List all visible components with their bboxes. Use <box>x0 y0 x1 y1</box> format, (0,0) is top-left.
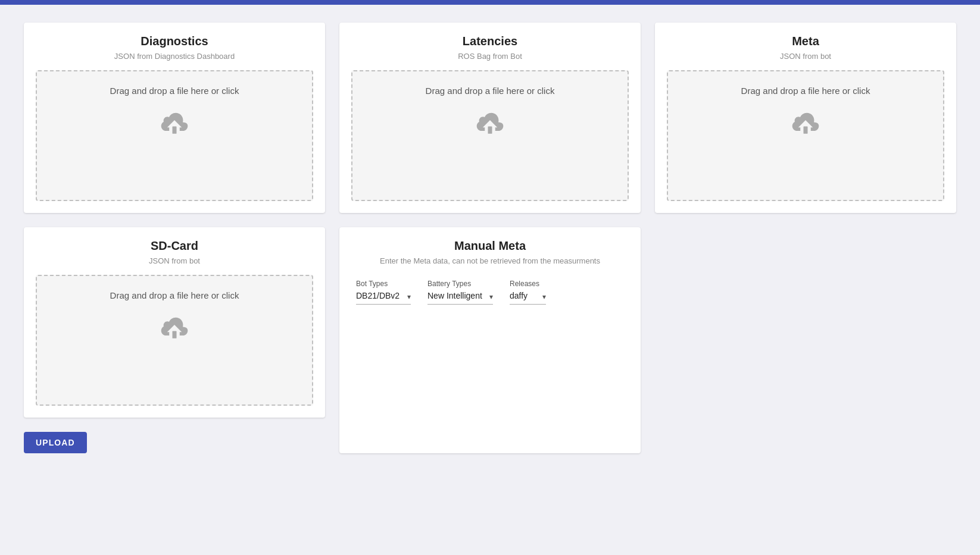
bot-types-select-container: DB21/DBv2 DB18 DB19 <box>356 290 411 303</box>
sdcard-card: SD-Card JSON from bot Drag and drop a fi… <box>24 227 325 418</box>
meta-dropzone-text: Drag and drop a file here or click <box>741 86 870 96</box>
meta-title: Meta <box>792 35 819 48</box>
sdcard-dropzone-text: Drag and drop a file here or click <box>110 290 239 300</box>
releases-select-container: daffy ente master <box>510 290 546 303</box>
sdcard-dropzone[interactable]: Drag and drop a file here or click <box>36 275 313 406</box>
bot-types-label: Bot Types <box>356 280 411 288</box>
bot-types-field: Bot Types DB21/DBv2 DB18 DB19 <box>356 280 411 305</box>
bot-types-select-wrapper: DB21/DBv2 DB18 DB19 <box>356 290 411 305</box>
latencies-title: Latencies <box>463 35 517 48</box>
battery-types-field: Battery Types New Intelligent Old Standa… <box>427 280 493 305</box>
releases-select[interactable]: daffy ente master <box>510 291 546 303</box>
meta-card: Meta JSON from bot Drag and drop a file … <box>655 23 956 213</box>
upload-button[interactable]: UPLOAD <box>24 432 87 453</box>
sdcard-col: SD-Card JSON from bot Drag and drop a fi… <box>24 227 325 453</box>
manual-meta-description: Enter the Meta data, can not be retrieve… <box>380 256 600 265</box>
latencies-dropzone-text: Drag and drop a file here or click <box>426 86 555 96</box>
main-content: Diagnostics JSON from Diagnostics Dashbo… <box>0 5 980 471</box>
empty-col <box>655 227 956 453</box>
meta-fields: Bot Types DB21/DBv2 DB18 DB19 Batter <box>351 280 629 305</box>
diagnostics-title: Diagnostics <box>141 35 208 48</box>
meta-dropzone[interactable]: Drag and drop a file here or click <box>667 70 944 201</box>
diagnostics-subtitle: JSON from Diagnostics Dashboard <box>114 52 235 61</box>
sdcard-title: SD-Card <box>151 239 198 253</box>
svg-rect-0 <box>173 127 177 134</box>
manual-meta-title: Manual Meta <box>454 239 526 253</box>
diagnostics-dropzone[interactable]: Drag and drop a file here or click <box>36 70 313 201</box>
bot-types-select[interactable]: DB21/DBv2 DB18 DB19 <box>356 291 411 303</box>
diagnostics-card: Diagnostics JSON from Diagnostics Dashbo… <box>24 23 325 213</box>
svg-rect-1 <box>488 127 492 134</box>
latencies-dropzone[interactable]: Drag and drop a file here or click <box>351 70 629 201</box>
battery-types-select-wrapper: New Intelligent Old Standard <box>427 290 493 305</box>
releases-field: Releases daffy ente master <box>510 280 546 305</box>
diagnostics-dropzone-text: Drag and drop a file here or click <box>110 86 239 96</box>
upload-button-row: UPLOAD <box>24 427 325 453</box>
meta-upload-icon <box>789 108 822 141</box>
battery-types-label: Battery Types <box>427 280 493 288</box>
bottom-cards-grid: SD-Card JSON from bot Drag and drop a fi… <box>24 227 956 453</box>
sdcard-upload-icon <box>158 312 191 346</box>
latencies-subtitle: ROS Bag from Bot <box>458 52 522 61</box>
svg-rect-3 <box>173 331 177 338</box>
manual-meta-card: Manual Meta Enter the Meta data, can not… <box>339 227 641 453</box>
meta-subtitle: JSON from bot <box>780 52 831 61</box>
releases-select-wrapper: daffy ente master <box>510 290 546 305</box>
battery-types-select[interactable]: New Intelligent Old Standard <box>427 291 493 303</box>
battery-types-select-container: New Intelligent Old Standard <box>427 290 493 303</box>
latencies-upload-icon <box>473 108 507 141</box>
svg-rect-2 <box>804 127 808 134</box>
top-cards-grid: Diagnostics JSON from Diagnostics Dashbo… <box>24 23 956 213</box>
diagnostics-upload-icon <box>158 108 191 141</box>
top-bar <box>0 0 980 5</box>
releases-label: Releases <box>510 280 546 288</box>
latencies-card: Latencies ROS Bag from Bot Drag and drop… <box>339 23 641 213</box>
sdcard-subtitle: JSON from bot <box>149 256 200 265</box>
